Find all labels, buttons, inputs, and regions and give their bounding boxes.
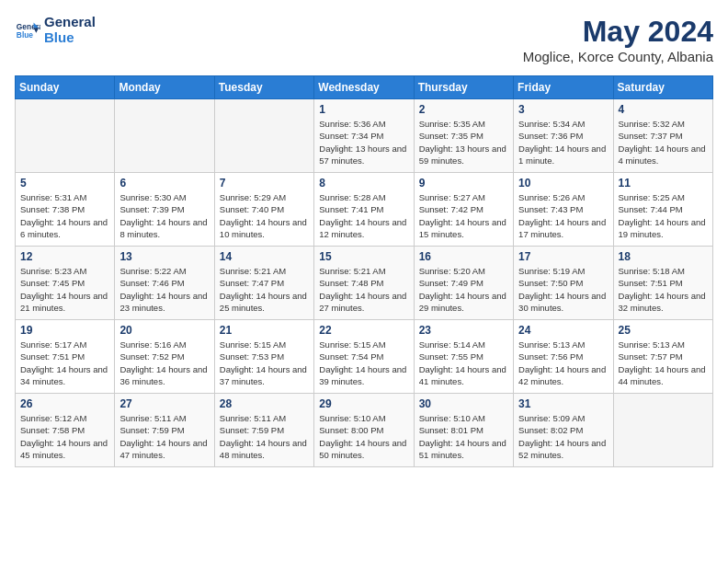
day-info: Sunrise: 5:28 AM Sunset: 7:41 PM Dayligh… (319, 191, 408, 240)
day-number: 28 (220, 397, 309, 410)
calendar-cell: 12Sunrise: 5:23 AM Sunset: 7:45 PM Dayli… (16, 247, 115, 320)
day-number: 9 (419, 177, 508, 190)
day-number: 19 (20, 324, 109, 337)
svg-text:Blue: Blue (17, 30, 33, 40)
calendar-cell: 23Sunrise: 5:14 AM Sunset: 7:55 PM Dayli… (414, 320, 513, 394)
day-info: Sunrise: 5:18 AM Sunset: 7:51 PM Dayligh… (619, 265, 708, 314)
day-info: Sunrise: 5:32 AM Sunset: 7:37 PM Dayligh… (619, 118, 708, 167)
day-info: Sunrise: 5:35 AM Sunset: 7:35 PM Dayligh… (419, 118, 508, 167)
day-number: 17 (518, 250, 608, 263)
calendar-cell: 24Sunrise: 5:13 AM Sunset: 7:56 PM Dayli… (514, 320, 613, 394)
day-number: 30 (419, 397, 508, 410)
day-info: Sunrise: 5:10 AM Sunset: 8:01 PM Dayligh… (419, 412, 508, 461)
calendar-cell: 1Sunrise: 5:36 AM Sunset: 7:34 PM Daylig… (314, 99, 414, 173)
day-info: Sunrise: 5:36 AM Sunset: 7:34 PM Dayligh… (319, 118, 408, 167)
calendar-cell: 22Sunrise: 5:15 AM Sunset: 7:54 PM Dayli… (314, 320, 414, 394)
calendar-week-row: 1Sunrise: 5:36 AM Sunset: 7:34 PM Daylig… (16, 99, 713, 173)
calendar-day-header: Wednesday (314, 76, 414, 99)
location: Moglice, Korce County, Albania (523, 49, 713, 64)
day-info: Sunrise: 5:15 AM Sunset: 7:54 PM Dayligh… (319, 339, 408, 387)
day-info: Sunrise: 5:14 AM Sunset: 7:55 PM Dayligh… (419, 339, 508, 387)
title-block: May 2024 Moglice, Korce County, Albania (523, 15, 713, 64)
day-number: 20 (119, 324, 209, 337)
calendar-day-header: Friday (514, 76, 613, 99)
calendar-body: 1Sunrise: 5:36 AM Sunset: 7:34 PM Daylig… (16, 99, 713, 467)
day-number: 4 (619, 103, 708, 116)
day-info: Sunrise: 5:15 AM Sunset: 7:53 PM Dayligh… (220, 339, 309, 387)
calendar-cell: 17Sunrise: 5:19 AM Sunset: 7:50 PM Dayli… (514, 247, 613, 320)
day-info: Sunrise: 5:09 AM Sunset: 8:02 PM Dayligh… (518, 412, 608, 461)
day-number: 11 (619, 177, 708, 190)
calendar-cell: 18Sunrise: 5:18 AM Sunset: 7:51 PM Dayli… (613, 247, 712, 320)
day-number: 15 (319, 250, 408, 263)
day-number: 8 (319, 177, 408, 190)
day-number: 23 (419, 324, 508, 337)
calendar-cell: 5Sunrise: 5:31 AM Sunset: 7:38 PM Daylig… (16, 173, 115, 247)
day-number: 7 (220, 177, 309, 190)
day-info: Sunrise: 5:23 AM Sunset: 7:45 PM Dayligh… (20, 265, 109, 314)
calendar-cell: 7Sunrise: 5:29 AM Sunset: 7:40 PM Daylig… (214, 173, 313, 247)
calendar-day-header: Tuesday (214, 76, 313, 99)
day-info: Sunrise: 5:12 AM Sunset: 7:58 PM Dayligh… (20, 412, 109, 461)
day-info: Sunrise: 5:21 AM Sunset: 7:48 PM Dayligh… (319, 265, 408, 314)
calendar-cell: 6Sunrise: 5:30 AM Sunset: 7:39 PM Daylig… (115, 173, 214, 247)
day-info: Sunrise: 5:34 AM Sunset: 7:36 PM Dayligh… (518, 118, 608, 167)
day-number: 21 (220, 324, 309, 337)
day-info: Sunrise: 5:10 AM Sunset: 8:00 PM Dayligh… (319, 412, 408, 461)
calendar-cell: 16Sunrise: 5:20 AM Sunset: 7:49 PM Dayli… (414, 247, 513, 320)
page-header: General Blue General Blue May 2024 Mogli… (15, 15, 713, 64)
day-info: Sunrise: 5:13 AM Sunset: 7:57 PM Dayligh… (619, 339, 708, 387)
calendar-cell: 15Sunrise: 5:21 AM Sunset: 7:48 PM Dayli… (314, 247, 414, 320)
calendar-cell: 26Sunrise: 5:12 AM Sunset: 7:58 PM Dayli… (16, 394, 115, 467)
day-number: 25 (619, 324, 708, 337)
day-number: 16 (419, 250, 508, 263)
day-info: Sunrise: 5:26 AM Sunset: 7:43 PM Dayligh… (518, 191, 608, 240)
calendar-week-row: 26Sunrise: 5:12 AM Sunset: 7:58 PM Dayli… (16, 394, 713, 467)
calendar-cell: 4Sunrise: 5:32 AM Sunset: 7:37 PM Daylig… (613, 99, 712, 173)
day-number: 10 (518, 177, 608, 190)
calendar-cell: 10Sunrise: 5:26 AM Sunset: 7:43 PM Dayli… (514, 173, 613, 247)
calendar-week-row: 12Sunrise: 5:23 AM Sunset: 7:45 PM Dayli… (16, 247, 713, 320)
day-number: 31 (518, 397, 608, 410)
day-info: Sunrise: 5:20 AM Sunset: 7:49 PM Dayligh… (419, 265, 508, 314)
day-number: 1 (319, 103, 408, 116)
logo-text-general: General (44, 15, 96, 30)
calendar-day-header: Sunday (16, 76, 115, 99)
day-info: Sunrise: 5:30 AM Sunset: 7:39 PM Dayligh… (119, 191, 209, 240)
day-info: Sunrise: 5:25 AM Sunset: 7:44 PM Dayligh… (619, 191, 708, 240)
calendar-cell (214, 99, 313, 173)
calendar-cell (115, 99, 214, 173)
logo-text-blue: Blue (44, 30, 96, 46)
day-number: 29 (319, 397, 408, 410)
day-number: 24 (518, 324, 608, 337)
day-info: Sunrise: 5:17 AM Sunset: 7:51 PM Dayligh… (20, 339, 109, 387)
calendar-cell: 19Sunrise: 5:17 AM Sunset: 7:51 PM Dayli… (16, 320, 115, 394)
calendar-cell: 20Sunrise: 5:16 AM Sunset: 7:52 PM Dayli… (115, 320, 214, 394)
calendar-header-row: SundayMondayTuesdayWednesdayThursdayFrid… (16, 76, 713, 99)
calendar-cell: 31Sunrise: 5:09 AM Sunset: 8:02 PM Dayli… (514, 394, 613, 467)
day-number: 6 (119, 177, 209, 190)
calendar-cell: 25Sunrise: 5:13 AM Sunset: 7:57 PM Dayli… (613, 320, 712, 394)
calendar-cell: 30Sunrise: 5:10 AM Sunset: 8:01 PM Dayli… (414, 394, 513, 467)
day-info: Sunrise: 5:21 AM Sunset: 7:47 PM Dayligh… (220, 265, 309, 314)
calendar-day-header: Saturday (613, 76, 712, 99)
day-number: 27 (119, 397, 209, 410)
day-number: 14 (220, 250, 309, 263)
calendar-day-header: Thursday (414, 76, 513, 99)
day-number: 22 (319, 324, 408, 337)
day-number: 5 (20, 177, 109, 190)
calendar-table: SundayMondayTuesdayWednesdayThursdayFrid… (15, 75, 713, 467)
calendar-cell: 3Sunrise: 5:34 AM Sunset: 7:36 PM Daylig… (514, 99, 613, 173)
calendar-cell: 29Sunrise: 5:10 AM Sunset: 8:00 PM Dayli… (314, 394, 414, 467)
day-info: Sunrise: 5:27 AM Sunset: 7:42 PM Dayligh… (419, 191, 508, 240)
month-title: May 2024 (523, 15, 713, 49)
calendar-cell: 8Sunrise: 5:28 AM Sunset: 7:41 PM Daylig… (314, 173, 414, 247)
calendar-cell: 28Sunrise: 5:11 AM Sunset: 7:59 PM Dayli… (214, 394, 313, 467)
day-number: 26 (20, 397, 109, 410)
day-number: 2 (419, 103, 508, 116)
day-number: 3 (518, 103, 608, 116)
calendar-day-header: Monday (115, 76, 214, 99)
day-info: Sunrise: 5:11 AM Sunset: 7:59 PM Dayligh… (119, 412, 209, 461)
day-number: 12 (20, 250, 109, 263)
day-info: Sunrise: 5:19 AM Sunset: 7:50 PM Dayligh… (518, 265, 608, 314)
